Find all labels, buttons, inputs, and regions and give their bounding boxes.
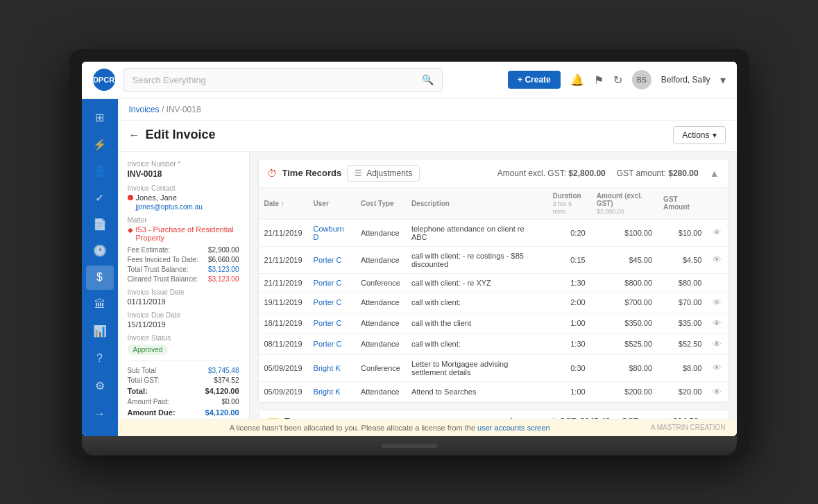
- invoice-number-value: INV-0018: [128, 169, 239, 179]
- cell-eye[interactable]: 👁: [707, 292, 727, 313]
- cell-user[interactable]: Porter C: [308, 246, 355, 273]
- expenses-card: 💳 Expenses Amount excl. GST: $945.48: [258, 410, 728, 419]
- sidebar-item-time[interactable]: 🕐: [86, 239, 114, 263]
- col-duration: Duration 3 hrs 5 mins: [547, 188, 590, 220]
- contact-label: Invoice Contact: [128, 184, 239, 192]
- sidebar-item-documents[interactable]: 📄: [86, 212, 114, 236]
- cell-amount: $525.00: [591, 333, 658, 354]
- notice-text: A license hasn't been allocated to you. …: [230, 424, 475, 432]
- sidebar-item-logout[interactable]: →: [86, 401, 114, 426]
- eye-icon[interactable]: 👁: [713, 318, 722, 329]
- eye-icon[interactable]: 👁: [713, 339, 722, 349]
- bell-icon[interactable]: 🔔: [570, 73, 584, 87]
- cell-user[interactable]: Porter C: [308, 273, 355, 292]
- search-bar[interactable]: Search Everything 🔍: [123, 68, 443, 92]
- flag-icon[interactable]: ⚑: [594, 73, 604, 87]
- amount-excl-label: Amount excl. GST: $2,800.00: [497, 168, 606, 178]
- sub-total-label: Sub Total: [128, 367, 157, 374]
- cell-description: call with client:: [406, 333, 547, 354]
- sidebar-item-contacts[interactable]: 👤: [86, 159, 114, 182]
- cleared-trust-value: $3,123.00: [208, 275, 239, 283]
- cell-eye: [707, 273, 727, 292]
- section-meta: Amount excl. GST: $2,800.00 GST amount: …: [497, 168, 719, 179]
- breadcrumb-current: INV-0018: [167, 105, 201, 114]
- cell-date: 08/11/2019: [259, 333, 308, 354]
- cleared-trust-label: Cleared Trust Balance:: [128, 275, 198, 283]
- table-row: 21/11/2019 Porter C Attendance call with…: [259, 246, 728, 273]
- main-layout: ⊞ ⚡ 👤 ✓ 📄 🕐 $ 🏛 📊 ? ⚙ → Invoices: [82, 99, 737, 436]
- create-button[interactable]: + Create: [508, 71, 561, 89]
- status-label: Invoice Status: [128, 334, 239, 342]
- cell-amount: $200.00: [591, 381, 658, 402]
- cell-user[interactable]: Bright K: [308, 354, 355, 381]
- search-icon: 🔍: [422, 74, 434, 85]
- table-row: 21/11/2019 Porter C Conference call with…: [259, 273, 728, 292]
- eye-icon[interactable]: 👁: [713, 227, 722, 238]
- cell-cost-type: Attendance: [355, 381, 406, 402]
- sidebar-item-billing[interactable]: $: [86, 266, 114, 289]
- spinner-icon[interactable]: ↻: [613, 73, 622, 87]
- cell-eye[interactable]: 👁: [707, 333, 727, 354]
- total-gst-label: Total GST:: [128, 376, 160, 384]
- cell-user[interactable]: Porter C: [308, 292, 355, 313]
- page-title-row: ← Edit Invoice: [129, 128, 216, 142]
- nav-right: + Create 🔔 ⚑ ↻ BS Belford, Sally ▾: [508, 70, 725, 89]
- cell-eye[interactable]: 👁: [707, 354, 727, 381]
- sidebar-item-trust[interactable]: 🏛: [86, 293, 114, 316]
- cell-gst: $8.00: [658, 354, 707, 381]
- cell-user[interactable]: Porter C: [308, 333, 355, 354]
- cell-cost-type: Attendance: [355, 313, 406, 333]
- cell-eye[interactable]: 👁: [707, 246, 727, 273]
- expenses-header: 💳 Expenses Amount excl. GST: $945.48: [259, 410, 728, 419]
- back-button[interactable]: ←: [129, 129, 140, 141]
- time-records-table: Date ↑ User Cost Type Description Durati…: [259, 188, 728, 402]
- sidebar-item-help[interactable]: ?: [86, 346, 114, 371]
- sidebar-item-dashboard[interactable]: ⊞: [86, 106, 114, 130]
- table-row: 19/11/2019 Porter C Attendance call with…: [259, 292, 728, 313]
- search-placeholder: Search Everything: [133, 75, 206, 85]
- cell-eye[interactable]: 👁: [707, 313, 727, 333]
- due-date-label: Invoice Due Date: [128, 311, 239, 319]
- cell-eye[interactable]: 👁: [707, 219, 727, 246]
- col-actions: [707, 188, 727, 220]
- sidebar-item-reports[interactable]: 📊: [86, 319, 114, 342]
- collapse-button[interactable]: ▲: [710, 168, 719, 179]
- eye-icon[interactable]: 👁: [713, 363, 722, 373]
- cell-description: Letter to Mortgagee advising settlement …: [406, 354, 547, 381]
- cell-date: 05/09/2019: [259, 381, 308, 402]
- chevron-down-icon[interactable]: ▾: [720, 73, 726, 87]
- breadcrumb: Invoices / INV-0018: [118, 99, 737, 121]
- cell-description: call with the client: [406, 313, 547, 333]
- time-records-header: ⏱ Time Records ☰ Adjustments Am: [259, 159, 728, 188]
- cell-duration: 0:20: [547, 219, 590, 246]
- cell-duration: 0:15: [547, 246, 590, 273]
- sidebar-item-tasks[interactable]: ✓: [86, 186, 114, 209]
- content: Invoices / INV-0018 ← Edit Invoice Actio…: [118, 99, 737, 436]
- sub-total-value: $3,745.48: [208, 367, 239, 374]
- cell-description: call with client: - re costings - $85 di…: [406, 246, 547, 273]
- cell-user[interactable]: Porter C: [308, 313, 355, 333]
- cell-user[interactable]: Cowburn D: [308, 219, 355, 246]
- eye-icon[interactable]: 👁: [713, 297, 722, 308]
- cell-user[interactable]: Bright K: [308, 381, 355, 402]
- cell-date: 21/11/2019: [259, 273, 308, 292]
- eye-icon[interactable]: 👁: [713, 254, 722, 265]
- total-trust-label: Total Trust Balance:: [128, 266, 189, 273]
- contact-row: Jones, Jane: [128, 193, 239, 202]
- breadcrumb-parent[interactable]: Invoices: [129, 105, 160, 114]
- actions-button[interactable]: Actions ▾: [673, 126, 725, 144]
- notice-link[interactable]: user accounts screen: [477, 424, 550, 432]
- eye-icon[interactable]: 👁: [713, 387, 722, 397]
- cell-amount: $80.00: [591, 354, 658, 381]
- table-row: 21/11/2019 Cowburn D Attendance telephon…: [259, 219, 728, 246]
- sidebar: ⊞ ⚡ 👤 ✓ 📄 🕐 $ 🏛 📊 ? ⚙ →: [82, 99, 118, 436]
- cell-eye[interactable]: 👁: [707, 381, 727, 402]
- cell-description: call with client:: [406, 292, 547, 313]
- cell-gst: $52.50: [658, 333, 707, 354]
- sidebar-item-settings[interactable]: ⚙: [86, 374, 114, 399]
- matter-link[interactable]: ◆ t53 - Purchase of Residential Property: [128, 225, 239, 242]
- adjustments-tab[interactable]: ☰ Adjustments: [347, 165, 420, 182]
- sidebar-item-quick[interactable]: ⚡: [86, 132, 114, 156]
- page-title: Edit Invoice: [146, 128, 216, 142]
- bottom-notice: A license hasn't been allocated to you. …: [118, 419, 737, 436]
